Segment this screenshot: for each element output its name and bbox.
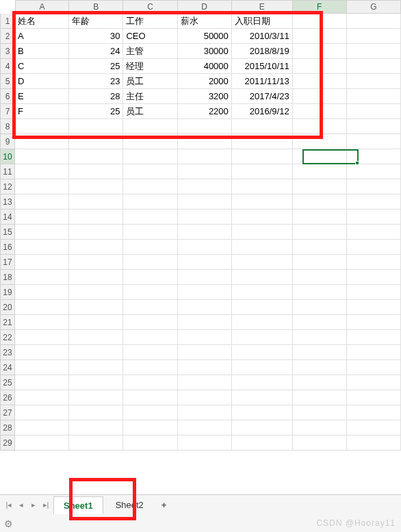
cell-E1[interactable]: 入职日期 bbox=[232, 14, 293, 29]
cell-G13[interactable] bbox=[347, 194, 401, 210]
cell-F1[interactable] bbox=[293, 14, 347, 29]
cell-E10[interactable] bbox=[232, 149, 293, 164]
cell-C21[interactable] bbox=[123, 315, 177, 330]
cell-G4[interactable] bbox=[347, 59, 401, 74]
cell-C28[interactable] bbox=[123, 420, 177, 435]
cell-D29[interactable] bbox=[178, 435, 232, 451]
cell-D24[interactable] bbox=[178, 360, 232, 375]
cell-D4[interactable]: 40000 bbox=[178, 59, 232, 74]
cell-D26[interactable] bbox=[178, 390, 232, 405]
row-header-10[interactable]: 10 bbox=[0, 149, 15, 164]
cell-D7[interactable]: 2200 bbox=[178, 104, 232, 119]
cell-A14[interactable] bbox=[15, 210, 69, 225]
nav-first-icon[interactable]: |◂ bbox=[3, 498, 15, 512]
cell-C5[interactable]: 员工 bbox=[123, 74, 177, 89]
cell-F14[interactable] bbox=[293, 210, 347, 225]
cell-C14[interactable] bbox=[123, 210, 177, 225]
cell-F19[interactable] bbox=[293, 285, 347, 300]
cell-B2[interactable]: 30 bbox=[69, 29, 123, 44]
col-header-E[interactable]: E bbox=[232, 0, 293, 14]
row-header-2[interactable]: 2 bbox=[0, 29, 15, 44]
cell-D21[interactable] bbox=[178, 315, 232, 330]
cell-D25[interactable] bbox=[178, 375, 232, 390]
row-header-14[interactable]: 14 bbox=[0, 210, 15, 225]
cell-C11[interactable] bbox=[123, 164, 177, 179]
cell-G2[interactable] bbox=[347, 29, 401, 44]
sheet-tab-2[interactable]: Sheet2 bbox=[106, 496, 153, 514]
cell-E11[interactable] bbox=[232, 164, 293, 179]
cell-C7[interactable]: 员工 bbox=[123, 104, 177, 119]
cell-B21[interactable] bbox=[69, 315, 123, 330]
row-header-9[interactable]: 9 bbox=[0, 134, 15, 149]
row-header-12[interactable]: 12 bbox=[0, 179, 15, 194]
cell-G26[interactable] bbox=[347, 390, 401, 405]
cell-F21[interactable] bbox=[293, 315, 347, 330]
cell-F5[interactable] bbox=[293, 74, 347, 89]
cell-B19[interactable] bbox=[69, 285, 123, 300]
cell-D9[interactable] bbox=[178, 134, 232, 149]
col-header-D[interactable]: D bbox=[178, 0, 232, 14]
add-sheet-button[interactable]: + bbox=[155, 497, 174, 513]
cell-G21[interactable] bbox=[347, 315, 401, 330]
cell-E27[interactable] bbox=[232, 405, 293, 420]
cell-F28[interactable] bbox=[293, 420, 347, 435]
cell-F10[interactable] bbox=[293, 149, 347, 164]
status-settings-icon[interactable]: ⚙ bbox=[4, 518, 13, 529]
row-header-7[interactable]: 7 bbox=[0, 104, 15, 119]
cell-F16[interactable] bbox=[293, 240, 347, 255]
row-header-13[interactable]: 13 bbox=[0, 194, 15, 210]
cell-E4[interactable]: 2015/10/11 bbox=[232, 59, 293, 74]
cell-F15[interactable] bbox=[293, 225, 347, 240]
cell-G18[interactable] bbox=[347, 270, 401, 285]
row-header-15[interactable]: 15 bbox=[0, 225, 15, 240]
cell-E9[interactable] bbox=[232, 134, 293, 149]
cell-G6[interactable] bbox=[347, 89, 401, 104]
cell-D1[interactable]: 薪水 bbox=[178, 14, 232, 29]
cell-D10[interactable] bbox=[178, 149, 232, 164]
cell-C23[interactable] bbox=[123, 345, 177, 360]
row-header-29[interactable]: 29 bbox=[0, 435, 15, 451]
row-header-20[interactable]: 20 bbox=[0, 300, 15, 315]
cell-G23[interactable] bbox=[347, 345, 401, 360]
cell-A11[interactable] bbox=[15, 164, 69, 179]
cell-A8[interactable] bbox=[15, 119, 69, 134]
cell-C27[interactable] bbox=[123, 405, 177, 420]
cell-G5[interactable] bbox=[347, 74, 401, 89]
cell-A27[interactable] bbox=[15, 405, 69, 420]
cell-E26[interactable] bbox=[232, 390, 293, 405]
cell-D18[interactable] bbox=[178, 270, 232, 285]
cell-F22[interactable] bbox=[293, 330, 347, 345]
cell-C9[interactable] bbox=[123, 134, 177, 149]
cell-A18[interactable] bbox=[15, 270, 69, 285]
cell-D15[interactable] bbox=[178, 225, 232, 240]
cell-B15[interactable] bbox=[69, 225, 123, 240]
cell-C24[interactable] bbox=[123, 360, 177, 375]
col-header-A[interactable]: A bbox=[15, 0, 69, 14]
cell-B11[interactable] bbox=[69, 164, 123, 179]
cell-A13[interactable] bbox=[15, 194, 69, 210]
cell-B14[interactable] bbox=[69, 210, 123, 225]
cell-A24[interactable] bbox=[15, 360, 69, 375]
cell-G8[interactable] bbox=[347, 119, 401, 134]
cell-F18[interactable] bbox=[293, 270, 347, 285]
cell-D22[interactable] bbox=[178, 330, 232, 345]
cell-C10[interactable] bbox=[123, 149, 177, 164]
cell-B3[interactable]: 24 bbox=[69, 44, 123, 59]
cell-C2[interactable]: CEO bbox=[123, 29, 177, 44]
cell-F2[interactable] bbox=[293, 29, 347, 44]
cell-B28[interactable] bbox=[69, 420, 123, 435]
row-header-6[interactable]: 6 bbox=[0, 89, 15, 104]
cell-C18[interactable] bbox=[123, 270, 177, 285]
cell-A4[interactable]: C bbox=[15, 59, 69, 74]
cell-C25[interactable] bbox=[123, 375, 177, 390]
cell-E6[interactable]: 2017/4/23 bbox=[232, 89, 293, 104]
cell-B8[interactable] bbox=[69, 119, 123, 134]
cell-D23[interactable] bbox=[178, 345, 232, 360]
cell-B20[interactable] bbox=[69, 300, 123, 315]
cell-A28[interactable] bbox=[15, 420, 69, 435]
cell-G7[interactable] bbox=[347, 104, 401, 119]
cell-E5[interactable]: 2011/11/13 bbox=[232, 74, 293, 89]
cell-B18[interactable] bbox=[69, 270, 123, 285]
cell-G22[interactable] bbox=[347, 330, 401, 345]
cell-D20[interactable] bbox=[178, 300, 232, 315]
